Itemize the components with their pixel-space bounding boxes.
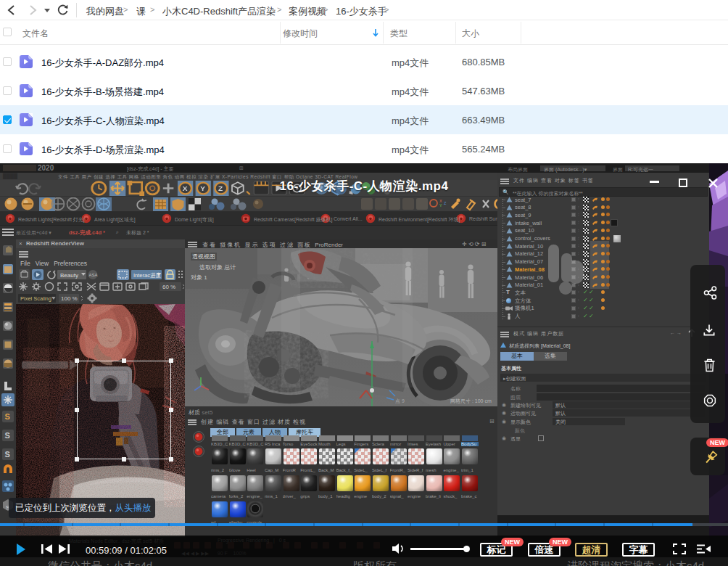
svg-text:Beauty: Beauty: [60, 272, 78, 279]
svg-text:Interac进度: Interac进度: [133, 272, 161, 279]
svg-text:Z: Z: [444, 201, 447, 205]
svg-text:S: S: [5, 431, 10, 440]
svg-text:60 %: 60 %: [162, 284, 175, 290]
svg-text:网格尺寸 : 100 cm: 网格尺寸 : 100 cm: [450, 398, 492, 404]
svg-text:点 9: 点 9: [395, 398, 405, 404]
svg-text:S: S: [5, 412, 10, 421]
svg-text:Y: Y: [439, 203, 442, 208]
svg-text:Pixel Scaling: Pixel Scaling: [20, 295, 51, 302]
svg-text:S: S: [5, 450, 10, 459]
svg-text:100 %: 100 %: [61, 295, 78, 302]
svg-text:ASA: ASA: [89, 273, 98, 277]
